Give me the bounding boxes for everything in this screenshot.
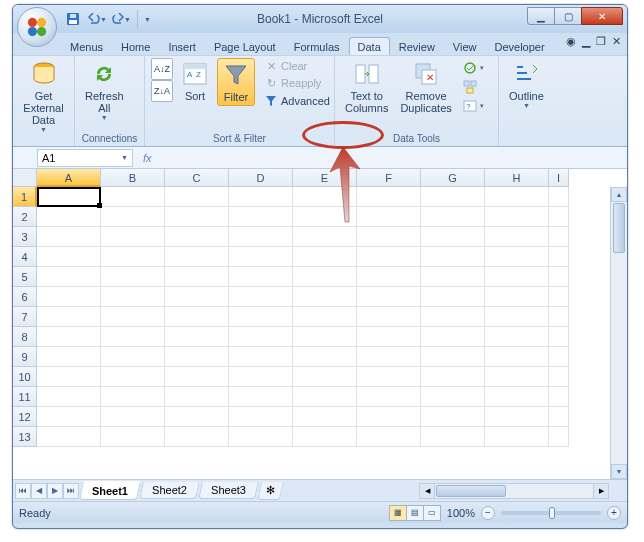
cell-H7[interactable] xyxy=(485,307,549,327)
cell-I5[interactable] xyxy=(549,267,569,287)
cell-C8[interactable] xyxy=(165,327,229,347)
page-break-view-button[interactable]: ▭ xyxy=(423,505,441,521)
cell-B13[interactable] xyxy=(101,427,165,447)
column-header-B[interactable]: B xyxy=(101,169,165,187)
cell-B10[interactable] xyxy=(101,367,165,387)
column-header-G[interactable]: G xyxy=(421,169,485,187)
cell-C12[interactable] xyxy=(165,407,229,427)
cell-A2[interactable] xyxy=(37,207,101,227)
cell-E6[interactable] xyxy=(293,287,357,307)
cell-D4[interactable] xyxy=(229,247,293,267)
cell-F9[interactable] xyxy=(357,347,421,367)
cell-H10[interactable] xyxy=(485,367,549,387)
column-header-H[interactable]: H xyxy=(485,169,549,187)
cell-I11[interactable] xyxy=(549,387,569,407)
tab-data[interactable]: Data xyxy=(349,37,390,55)
cell-I12[interactable] xyxy=(549,407,569,427)
row-header-8[interactable]: 8 xyxy=(13,327,37,347)
column-header-F[interactable]: F xyxy=(357,169,421,187)
scroll-up-button[interactable]: ▲ xyxy=(611,187,627,202)
zoom-level[interactable]: 100% xyxy=(447,507,475,519)
cell-E5[interactable] xyxy=(293,267,357,287)
consolidate-button[interactable] xyxy=(460,79,487,95)
cell-F6[interactable] xyxy=(357,287,421,307)
doc-close-button[interactable]: ✕ xyxy=(612,35,621,48)
minimize-button[interactable]: ▁ xyxy=(527,7,555,25)
cell-E10[interactable] xyxy=(293,367,357,387)
row-header-9[interactable]: 9 xyxy=(13,347,37,367)
row-header-7[interactable]: 7 xyxy=(13,307,37,327)
tab-view[interactable]: View xyxy=(444,37,486,55)
row-header-3[interactable]: 3 xyxy=(13,227,37,247)
cell-B6[interactable] xyxy=(101,287,165,307)
column-header-E[interactable]: E xyxy=(293,169,357,187)
maximize-button[interactable]: ▢ xyxy=(554,7,582,25)
cell-B2[interactable] xyxy=(101,207,165,227)
tab-developer[interactable]: Developer xyxy=(486,37,554,55)
cell-I1[interactable] xyxy=(549,187,569,207)
sheet-tab-1[interactable]: Sheet1 xyxy=(79,481,141,500)
cell-E7[interactable] xyxy=(293,307,357,327)
cell-G6[interactable] xyxy=(421,287,485,307)
text-to-columns-button[interactable]: Text to Columns xyxy=(341,58,392,116)
horizontal-scrollbar[interactable]: ◀ ▶ xyxy=(419,483,609,499)
cell-G9[interactable] xyxy=(421,347,485,367)
cell-F1[interactable] xyxy=(357,187,421,207)
cell-C13[interactable] xyxy=(165,427,229,447)
get-external-data-button[interactable]: Get External Data ▼ xyxy=(19,58,68,136)
cell-D12[interactable] xyxy=(229,407,293,427)
tab-home[interactable]: Home xyxy=(112,37,159,55)
scroll-down-button[interactable]: ▼ xyxy=(611,464,627,479)
cell-H11[interactable] xyxy=(485,387,549,407)
sheet-tab-3[interactable]: Sheet3 xyxy=(198,482,258,499)
row-header-1[interactable]: 1 xyxy=(13,187,37,207)
prev-sheet-button[interactable]: ◀ xyxy=(31,483,47,499)
sort-asc-button[interactable]: A↓Z xyxy=(151,58,173,80)
row-header-12[interactable]: 12 xyxy=(13,407,37,427)
save-button[interactable] xyxy=(63,9,83,29)
cell-E4[interactable] xyxy=(293,247,357,267)
cell-D11[interactable] xyxy=(229,387,293,407)
insert-sheet-button[interactable]: ✻ xyxy=(257,482,284,500)
cell-A13[interactable] xyxy=(37,427,101,447)
cell-B12[interactable] xyxy=(101,407,165,427)
cell-C9[interactable] xyxy=(165,347,229,367)
cell-A10[interactable] xyxy=(37,367,101,387)
office-button[interactable] xyxy=(17,7,57,47)
cell-H6[interactable] xyxy=(485,287,549,307)
doc-minimize-button[interactable]: ▁ xyxy=(582,35,590,48)
cell-I8[interactable] xyxy=(549,327,569,347)
row-header-2[interactable]: 2 xyxy=(13,207,37,227)
vertical-scrollbar[interactable]: ▲ ▼ xyxy=(610,187,627,479)
name-box[interactable]: A1 ▼ xyxy=(37,149,133,167)
row-header-4[interactable]: 4 xyxy=(13,247,37,267)
zoom-in-button[interactable]: + xyxy=(607,506,621,520)
cell-D5[interactable] xyxy=(229,267,293,287)
cell-C2[interactable] xyxy=(165,207,229,227)
what-if-button[interactable]: ?▾ xyxy=(460,98,487,114)
cell-E2[interactable] xyxy=(293,207,357,227)
cell-E3[interactable] xyxy=(293,227,357,247)
scroll-right-button[interactable]: ▶ xyxy=(593,484,608,498)
cell-F5[interactable] xyxy=(357,267,421,287)
scroll-left-button[interactable]: ◀ xyxy=(420,484,435,498)
normal-view-button[interactable]: ▦ xyxy=(389,505,407,521)
cell-D3[interactable] xyxy=(229,227,293,247)
cell-A1[interactable] xyxy=(37,187,101,207)
tab-menus[interactable]: Menus xyxy=(61,37,112,55)
cell-D7[interactable] xyxy=(229,307,293,327)
cell-B7[interactable] xyxy=(101,307,165,327)
filter-button[interactable]: Filter xyxy=(217,58,255,106)
last-sheet-button[interactable]: ⏭ xyxy=(63,483,79,499)
outline-button[interactable]: Outline ▼ xyxy=(505,58,548,112)
cell-E11[interactable] xyxy=(293,387,357,407)
cell-H2[interactable] xyxy=(485,207,549,227)
cell-F13[interactable] xyxy=(357,427,421,447)
cell-B8[interactable] xyxy=(101,327,165,347)
column-header-I[interactable]: I xyxy=(549,169,569,187)
cell-C1[interactable] xyxy=(165,187,229,207)
cell-C7[interactable] xyxy=(165,307,229,327)
page-layout-view-button[interactable]: ▤ xyxy=(406,505,424,521)
cell-A5[interactable] xyxy=(37,267,101,287)
sort-button[interactable]: AZ Sort xyxy=(177,58,213,104)
